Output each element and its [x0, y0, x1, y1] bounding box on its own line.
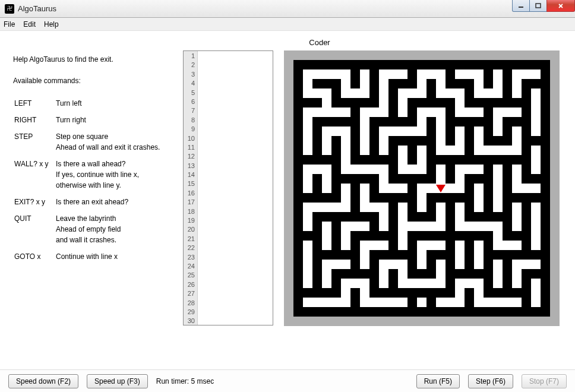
maze-path [512, 174, 522, 184]
maze-path [360, 117, 369, 127]
maze-path [331, 108, 341, 117]
maze-path [484, 146, 493, 155]
maze-path [379, 174, 388, 184]
line-number: 5 [184, 88, 195, 97]
maze-path [360, 250, 369, 260]
help-cmd: STEP [14, 131, 55, 157]
maze-path [407, 165, 417, 174]
maze-path [303, 298, 312, 307]
maximize-button[interactable] [529, 0, 547, 12]
maze-path [474, 203, 484, 212]
maze-path [417, 203, 426, 212]
menu-file[interactable]: File [4, 20, 15, 29]
maze-path [531, 184, 541, 193]
maze-path [436, 127, 446, 136]
maze-path [474, 79, 484, 88]
speed-up-button[interactable]: Speed up (F3) [87, 374, 148, 388]
maze-path [303, 127, 312, 136]
minimize-button[interactable] [512, 0, 530, 12]
maze-path [455, 69, 465, 79]
maze-path [484, 88, 493, 98]
maze-path [484, 298, 493, 307]
menu-edit[interactable]: Edit [23, 20, 36, 29]
maze-path [531, 69, 541, 79]
maze-path [531, 127, 541, 136]
maze-path [493, 260, 503, 269]
maze-path [322, 298, 331, 307]
code-editor[interactable]: 1234567891011121314151617181920212223242… [183, 50, 273, 325]
maze-path [322, 222, 331, 231]
maze-path [360, 79, 369, 88]
menu-bar: File Edit Help [0, 18, 575, 31]
code-text-area[interactable] [198, 51, 273, 325]
maze-path [360, 288, 369, 298]
maze-path [531, 98, 541, 108]
close-button[interactable] [546, 0, 575, 12]
maze-path [512, 184, 522, 193]
maze-path [474, 279, 484, 288]
help-commands-table: LEFTTurn leftRIGHTTurn rightSTEPStep one… [13, 97, 161, 268]
line-number: 13 [184, 162, 195, 170]
menu-help[interactable]: Help [44, 20, 59, 29]
maze-path [303, 212, 312, 222]
maze-path [503, 146, 512, 155]
help-cmd: WALL? x y [14, 159, 55, 195]
maze-path [379, 241, 388, 250]
maze-path [503, 241, 512, 250]
maze-path [322, 146, 331, 155]
help-cmd: RIGHT [14, 115, 55, 130]
line-number-gutter: 1234567891011121314151617181920212223242… [184, 51, 198, 325]
maze-path [322, 260, 331, 269]
help-cmd: QUIT [14, 213, 55, 250]
maze-path [474, 222, 484, 231]
maze-path [312, 88, 322, 98]
speed-down-button[interactable]: Speed down (F2) [8, 374, 78, 388]
line-number: 6 [184, 97, 195, 106]
maze-path [303, 203, 312, 212]
maze-path [436, 269, 446, 279]
maze-path [493, 79, 503, 88]
maze-path [388, 260, 398, 269]
maze-path [312, 108, 322, 117]
line-number: 20 [184, 225, 195, 234]
maze-path [303, 241, 312, 250]
maze-path [455, 88, 465, 98]
maze-path [436, 222, 446, 231]
line-number: 22 [184, 244, 195, 252]
maze-path [493, 174, 503, 184]
maze-path [531, 117, 541, 127]
stop-button[interactable]: Stop (F7) [522, 374, 567, 388]
maze-path [493, 117, 503, 127]
maze-path [493, 127, 503, 136]
maze-path [360, 260, 369, 269]
maze-path [360, 88, 369, 98]
maze-path [455, 298, 465, 307]
maze-path [474, 184, 484, 193]
help-desc: Turn left [56, 98, 160, 113]
maze-path [436, 165, 446, 174]
maze-path [531, 231, 541, 241]
maze-path [512, 146, 522, 155]
step-button[interactable]: Step (F6) [468, 374, 513, 388]
line-number: 15 [184, 179, 195, 188]
maze-path [312, 298, 322, 307]
maze-path [436, 108, 446, 117]
maze-path [369, 298, 379, 307]
maze-path [341, 241, 350, 250]
maze-path [322, 127, 331, 136]
maze-path [360, 69, 369, 79]
maze-path [474, 241, 484, 250]
maze-path [417, 298, 426, 307]
maze-path [503, 298, 512, 307]
maze-path [436, 212, 446, 222]
run-button[interactable]: Run (F5) [416, 374, 460, 388]
maze-path [512, 108, 522, 117]
maze-path [303, 88, 312, 98]
line-number: 18 [184, 207, 195, 216]
maze-path [531, 212, 541, 222]
help-cmd: GOTO x [14, 251, 55, 267]
coder-header-label: Coder [189, 38, 450, 47]
maze-path [512, 79, 522, 88]
maze-path [360, 146, 369, 155]
help-desc: Continue with line x [56, 251, 160, 267]
